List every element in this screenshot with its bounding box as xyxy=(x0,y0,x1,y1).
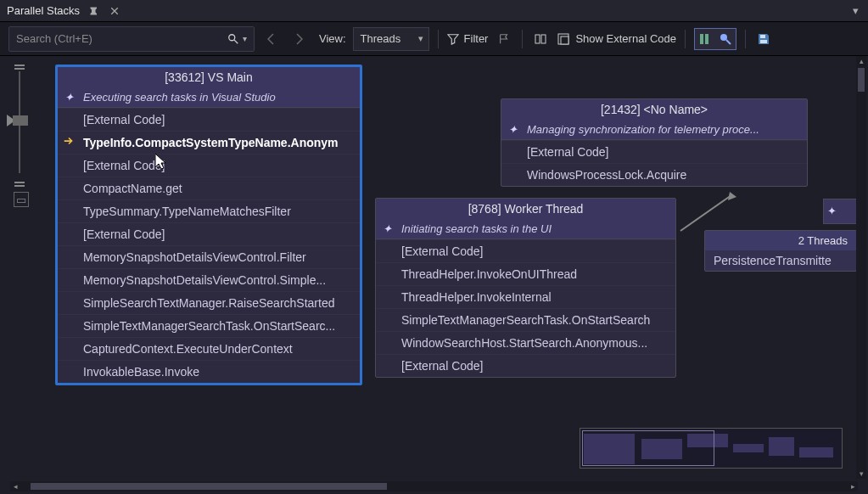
save-icon[interactable] xyxy=(754,30,773,48)
svg-line-9 xyxy=(726,40,731,44)
svg-rect-3 xyxy=(541,35,546,43)
thread-header: [33612] VS Main xyxy=(58,67,360,87)
show-external-code-button[interactable]: Show External Code xyxy=(557,32,676,46)
threads-summary-row[interactable]: PersistenceTransmitte xyxy=(705,250,856,271)
zoom-fit-icon[interactable]: ▭ xyxy=(14,192,29,207)
stack-frame[interactable]: [External Code] xyxy=(58,108,360,131)
stack-frame[interactable]: ThreadHelper.InvokeInternal xyxy=(376,285,675,308)
sparkle-icon: ✦ xyxy=(64,91,74,104)
filter-label: Filter xyxy=(464,32,489,45)
stack-frame[interactable]: CompactName.get xyxy=(58,177,360,199)
stack-frame[interactable]: SimpleTextManagerSearchTask.OnStartSearc… xyxy=(376,308,675,331)
svg-rect-10 xyxy=(760,35,765,38)
scroll-up-icon[interactable]: ▴ xyxy=(856,56,866,66)
svg-rect-11 xyxy=(760,40,767,43)
svg-line-12 xyxy=(680,195,731,231)
frames-icon[interactable] xyxy=(531,30,550,48)
stack-frame[interactable]: SimpleTextManagerSearchTask.OnStartSearc… xyxy=(58,314,360,337)
svg-rect-5 xyxy=(561,36,568,44)
highlight-mode-group xyxy=(694,28,736,50)
close-icon[interactable] xyxy=(109,5,120,17)
svg-marker-13 xyxy=(728,192,736,200)
zoom-slider-handle[interactable] xyxy=(13,115,28,126)
nav-forward-icon[interactable] xyxy=(288,29,309,49)
svg-point-0 xyxy=(229,34,235,40)
view-label: View: xyxy=(319,32,346,45)
scroll-down-icon[interactable]: ▾ xyxy=(856,469,866,479)
zoom-minus-icon[interactable] xyxy=(14,182,25,187)
svg-point-8 xyxy=(720,34,727,41)
stack-frame[interactable]: [External Code] xyxy=(58,222,360,245)
thread-header: [21432] <No Name> xyxy=(501,99,807,120)
horizontal-scroll-thumb[interactable] xyxy=(31,483,387,490)
zoom-plus-icon[interactable] xyxy=(14,65,25,70)
horizontal-scrollbar[interactable]: ◂ ▸ xyxy=(10,481,858,491)
stack-frame[interactable]: MemorySnapshotDetailsViewControl.Filter xyxy=(58,245,360,268)
sparkle-icon: ✦ xyxy=(508,123,518,136)
thread-description: ✦ Initiating search tasks in the UI xyxy=(376,219,675,239)
show-external-code-label: Show External Code xyxy=(575,32,676,45)
window-title: Parallel Stacks xyxy=(7,4,80,17)
minimap[interactable] xyxy=(580,428,843,469)
stack-frame[interactable]: [External Code] xyxy=(376,239,675,262)
stack-frame[interactable]: WindowsProcessLock.Acquire xyxy=(501,163,807,186)
svg-line-1 xyxy=(234,39,238,42)
scroll-left-icon[interactable]: ◂ xyxy=(10,481,20,491)
view-select-value: Threads xyxy=(361,32,401,45)
parallel-stacks-canvas[interactable]: ▭ [33612] VS Main ✦ Executing search tas… xyxy=(0,56,868,486)
toolbar: ▾ View: Threads Filter Show External Cod… xyxy=(0,22,868,56)
stack-frame[interactable]: [External Code] xyxy=(58,154,360,177)
connector-line xyxy=(677,192,736,234)
stack-frame[interactable]: TypeSummary.TypeNameMatchesFilter xyxy=(58,199,360,222)
filter-button[interactable]: Filter xyxy=(447,32,489,45)
scroll-right-icon[interactable]: ▸ xyxy=(848,481,858,491)
sparkle-icon: ✦ xyxy=(827,205,837,217)
svg-rect-6 xyxy=(700,34,703,44)
stack-frame[interactable]: ThreadHelper.InvokeOnUIThread xyxy=(376,262,675,285)
threads-summary-box[interactable]: 2 Threads PersistenceTransmitte xyxy=(704,230,857,272)
current-frame-arrow-icon xyxy=(63,135,75,150)
vertical-scroll-thumb[interactable] xyxy=(858,68,865,92)
sparkle-icon: ✦ xyxy=(383,222,392,235)
thread-description: ✦ Managing synchronization for telemetry… xyxy=(501,120,807,140)
view-select[interactable]: Threads xyxy=(353,27,429,51)
highlight-stacks-icon[interactable] xyxy=(696,30,714,48)
thread-no-name[interactable]: [21432] <No Name> ✦ Managing synchroniza… xyxy=(501,98,808,187)
thread-vs-main[interactable]: [33612] VS Main ✦ Executing search tasks… xyxy=(55,65,362,385)
stack-frame-current[interactable]: TypeInfo.CompactSystemTypeName.Anonym xyxy=(58,131,360,154)
thread-worker[interactable]: [8768] Worker Thread ✦ Initiating search… xyxy=(375,198,676,378)
thread-description: ✦ Executing search tasks in Visual Studi… xyxy=(58,87,360,108)
search-icon[interactable]: ▾ xyxy=(227,33,247,45)
nav-back-icon[interactable] xyxy=(261,29,282,49)
flag-icon[interactable] xyxy=(495,30,513,48)
svg-rect-7 xyxy=(705,34,708,44)
search-input[interactable] xyxy=(16,32,227,45)
stack-frame[interactable]: WindowSearchHost.StartSearch.Anonymous..… xyxy=(376,331,675,354)
stack-frame[interactable]: [External Code] xyxy=(501,140,807,163)
titlebar: Parallel Stacks ▾ xyxy=(0,0,868,22)
vertical-scrollbar[interactable]: ▴ ▾ xyxy=(856,56,866,479)
stack-frame[interactable]: [External Code] xyxy=(376,354,675,377)
stack-frame[interactable]: InvokableBase.Invoke xyxy=(58,360,360,383)
highlight-search-icon[interactable] xyxy=(716,30,735,48)
search-input-container[interactable]: ▾ xyxy=(8,26,255,52)
stack-frame[interactable]: MemorySnapshotDetailsViewControl.Simple.… xyxy=(58,268,360,291)
window-menu-dropdown-icon[interactable]: ▾ xyxy=(849,5,861,17)
svg-rect-2 xyxy=(535,35,540,43)
stack-frame[interactable]: SimpleSearchTextManager.RaiseSearchStart… xyxy=(58,291,360,314)
thread-header: [8768] Worker Thread xyxy=(376,199,675,219)
pin-icon[interactable] xyxy=(88,5,100,17)
stack-frame[interactable]: CapturedContext.ExecuteUnderContext xyxy=(58,337,360,360)
